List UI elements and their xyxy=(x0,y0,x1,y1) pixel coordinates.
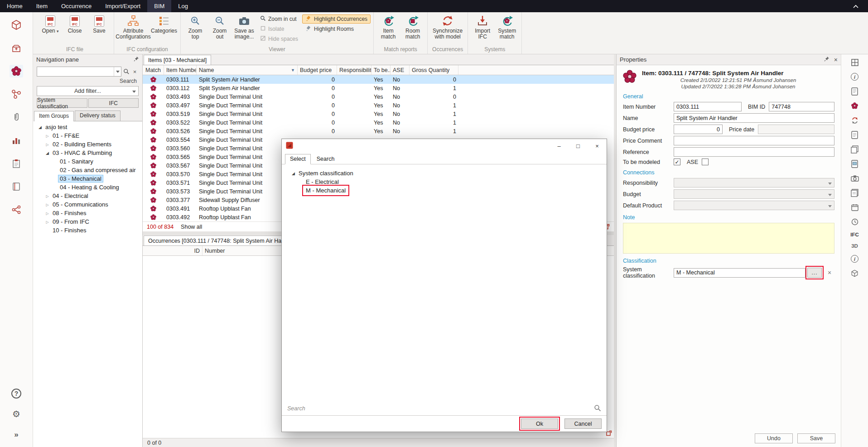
responsibility-select[interactable] xyxy=(674,178,834,187)
expander-icon[interactable] xyxy=(44,142,51,147)
save-as-image-button[interactable]: Save as image... xyxy=(232,13,256,41)
search-icon[interactable] xyxy=(122,67,130,77)
menu-tab[interactable]: Import/Export xyxy=(98,0,147,12)
item-number-field[interactable]: 0303.111 xyxy=(674,102,742,111)
hide-spaces-button[interactable]: Hide spaces xyxy=(257,34,301,43)
tree-item[interactable]: 01 - FF&E xyxy=(33,131,142,140)
item-row[interactable]: 0303.112 Split System Air Handler 0 Yes … xyxy=(143,84,614,92)
item-match-button[interactable]: Item match xyxy=(376,13,400,41)
tree-item[interactable]: 09 - From IFC xyxy=(33,217,142,226)
name-field[interactable]: Split System Air Handler xyxy=(674,113,834,123)
systems-molecule-icon[interactable] xyxy=(10,88,23,101)
attachments-paperclip-icon[interactable] xyxy=(10,111,23,124)
ok-button[interactable]: Ok xyxy=(521,418,558,429)
maximize-icon[interactable]: □ xyxy=(569,139,588,153)
save-button[interactable]: Save xyxy=(797,433,835,443)
column-header-to-be[interactable]: To be... xyxy=(371,65,391,75)
dialog-tab[interactable]: Select xyxy=(285,154,311,164)
close-ifc-button[interactable]: IFC Close xyxy=(63,13,87,35)
help-icon[interactable]: ? xyxy=(10,387,23,400)
menu-tab[interactable]: Log xyxy=(171,0,195,12)
add-filter-button[interactable]: Add filter... xyxy=(37,86,139,96)
chevron-down-icon[interactable] xyxy=(114,67,121,76)
tree-item[interactable]: 02 - Building Elements xyxy=(33,140,142,149)
open-ifc-button[interactable]: IFC Open ▾ xyxy=(39,13,62,35)
tree-item[interactable]: 02 - Gas and compressed air xyxy=(33,166,142,174)
layout-grid-icon[interactable] xyxy=(850,58,859,67)
price-comment-field[interactable] xyxy=(674,136,834,145)
model-cube-icon[interactable] xyxy=(10,19,23,31)
menu-tab[interactable]: BIM xyxy=(147,0,171,12)
column-header-gross-quantity[interactable]: Gross Quantity xyxy=(410,65,458,75)
cancel-button[interactable]: Cancel xyxy=(564,418,602,429)
expander-icon[interactable] xyxy=(44,220,51,224)
categories-button[interactable]: Categories xyxy=(150,13,178,35)
occurrences-tab[interactable]: Occurrences [0303.111 / 747748: Split Sy… xyxy=(144,236,300,246)
price-date-field[interactable] xyxy=(758,125,834,134)
checklists-clipboard-icon[interactable] xyxy=(10,157,23,170)
expander-icon[interactable] xyxy=(44,211,51,216)
camera-icon[interactable] xyxy=(850,174,859,183)
search-icon[interactable] xyxy=(594,404,601,413)
settings-gear-icon[interactable]: ⚙ xyxy=(10,408,23,420)
close-icon[interactable]: × xyxy=(588,139,607,153)
navigation-search-combo[interactable] xyxy=(37,67,121,77)
synchronize-with-model-button[interactable]: Synchronize with model xyxy=(430,13,465,41)
room-match-button[interactable]: Room match xyxy=(401,13,424,41)
tree-item[interactable]: 04 - Heating & Cooling xyxy=(33,183,142,192)
to-be-modeled-checkbox[interactable]: ✓ xyxy=(674,159,680,165)
clear-classification-icon[interactable]: × xyxy=(825,268,834,278)
save-ifc-button[interactable]: IFC Save xyxy=(87,13,111,35)
isolate-button[interactable]: Isolate xyxy=(257,24,301,34)
tree-item[interactable]: 01 - Sanitary xyxy=(33,157,142,166)
tree-item[interactable]: 08 - Finishes xyxy=(33,209,142,217)
zoom-out-button[interactable]: Zoom out xyxy=(208,13,231,41)
import-ifc-button[interactable]: Import IFC xyxy=(471,13,494,41)
match-flower-icon[interactable] xyxy=(850,101,859,110)
close-icon[interactable]: × xyxy=(832,56,838,63)
tree-item[interactable]: 03 - HVAC & Plumbing xyxy=(33,149,142,157)
highlight-rooms-button[interactable]: Highlight Rooms xyxy=(302,24,371,34)
tree-item[interactable]: 03 - Mechanical xyxy=(33,174,142,183)
item-row[interactable]: 0303.497 Single Duct Terminal Unit 0 Yes… xyxy=(143,101,614,110)
system-classification-field[interactable]: M - Mechanical xyxy=(674,268,805,278)
item-row[interactable]: 0303.493 Single Duct Terminal Unit 0 Yes… xyxy=(143,92,614,101)
budget-price-field[interactable]: 0 xyxy=(674,125,723,134)
dialog-search-input[interactable] xyxy=(287,405,594,412)
tree-item[interactable]: 10 - Finishes xyxy=(33,226,142,235)
model-cube-icon[interactable] xyxy=(850,269,859,278)
expander-icon[interactable] xyxy=(44,202,51,207)
image-sheet-icon[interactable] xyxy=(850,159,859,168)
item-row[interactable]: 0303.526 Single Duct Terminal Unit 0 Yes… xyxy=(143,127,614,135)
tree-item[interactable]: E - Electrical xyxy=(286,178,602,186)
column-header-id[interactable]: ID xyxy=(143,246,203,255)
system-match-button[interactable]: System match xyxy=(495,13,519,41)
reference-field[interactable] xyxy=(674,147,834,157)
note-field[interactable] xyxy=(623,223,834,254)
item-row[interactable]: 0303.111 Split System Air Handler 0 Yes … xyxy=(143,75,614,84)
menu-tab[interactable]: Item xyxy=(29,0,54,12)
menu-tab[interactable]: Home xyxy=(0,0,29,12)
tree-item[interactable]: System classification xyxy=(286,169,602,178)
pin-icon[interactable] xyxy=(134,56,139,63)
copy-sheet-icon[interactable] xyxy=(850,145,859,154)
item-flower-icon[interactable] xyxy=(10,65,23,77)
documents-icon[interactable] xyxy=(850,188,859,197)
column-header-name[interactable]: Name▼ xyxy=(197,65,298,75)
column-header-responsibility[interactable]: Responsibility xyxy=(337,65,371,75)
attribute-configurations-button[interactable]: Attribute Configurations xyxy=(117,13,149,41)
expander-icon[interactable] xyxy=(44,194,51,198)
ifc-filter-button[interactable]: IFC xyxy=(88,98,139,108)
system-classification-browse-button[interactable]: ... xyxy=(807,268,822,278)
tree-item[interactable]: M - Mechanical xyxy=(286,186,602,195)
items-tab[interactable]: Items [03 - Mechanical] xyxy=(144,55,211,65)
zoom-top-button[interactable]: Zoom top xyxy=(183,13,207,41)
occurrence-box-icon[interactable] xyxy=(10,42,23,54)
tree-item[interactable]: 04 - Electrical xyxy=(33,192,142,200)
pin-icon[interactable] xyxy=(824,56,829,63)
column-header-budget-price[interactable]: Budget price xyxy=(298,65,337,75)
expander-icon[interactable] xyxy=(44,134,51,138)
budget-select[interactable] xyxy=(674,189,834,199)
expand-toolbar-icon[interactable]: » xyxy=(10,428,23,441)
dialog-tab[interactable]: Search xyxy=(312,154,340,164)
